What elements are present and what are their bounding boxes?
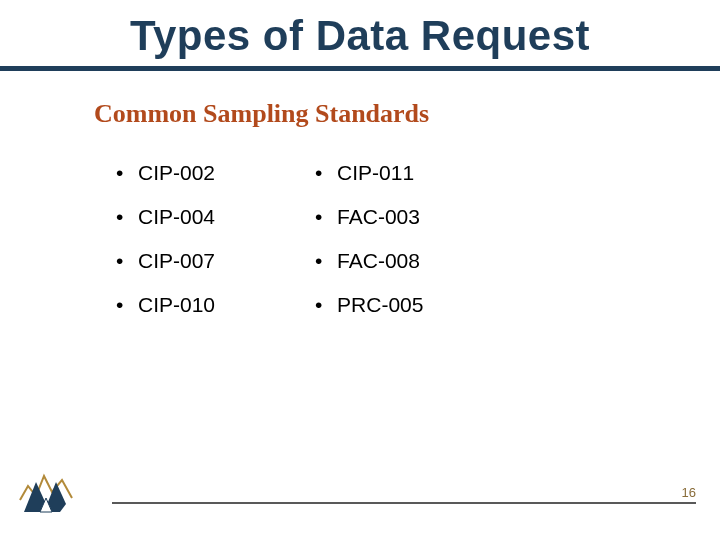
title-underline — [0, 66, 720, 71]
list-item: CIP-004 — [116, 195, 215, 239]
list-item: CIP-007 — [116, 239, 215, 283]
page-number: 16 — [682, 485, 696, 500]
list-item: CIP-010 — [116, 283, 215, 327]
list-item: CIP-002 — [116, 151, 215, 195]
footer: 16 — [0, 472, 720, 512]
slide-subtitle: Common Sampling Standards — [94, 99, 684, 129]
slide: Types of Data Request Common Sampling St… — [0, 0, 720, 540]
footer-rule — [112, 502, 696, 504]
logo-icon — [16, 468, 80, 516]
list-item: FAC-008 — [315, 239, 423, 283]
left-column: CIP-002 CIP-004 CIP-007 CIP-010 — [116, 151, 215, 327]
right-column: CIP-011 FAC-003 FAC-008 PRC-005 — [315, 151, 423, 327]
list-item: CIP-011 — [315, 151, 423, 195]
bullet-columns: CIP-002 CIP-004 CIP-007 CIP-010 CIP-011 … — [116, 151, 684, 327]
slide-title: Types of Data Request — [36, 12, 684, 60]
list-item: PRC-005 — [315, 283, 423, 327]
list-item: FAC-003 — [315, 195, 423, 239]
